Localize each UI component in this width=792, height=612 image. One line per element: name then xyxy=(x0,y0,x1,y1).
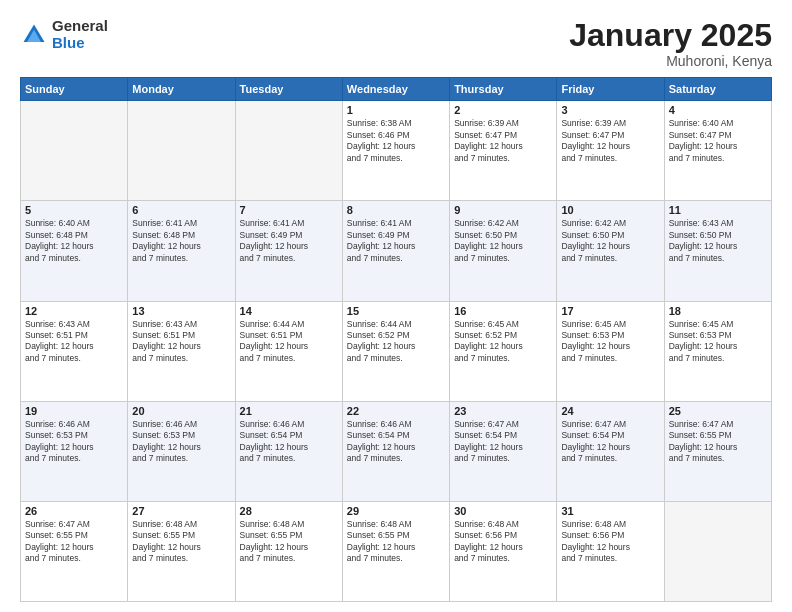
day-number: 24 xyxy=(561,405,659,417)
calendar-day-cell: 9Sunrise: 6:42 AM Sunset: 6:50 PM Daylig… xyxy=(450,201,557,301)
day-number: 9 xyxy=(454,204,552,216)
page: General Blue January 2025 Muhoroni, Keny… xyxy=(0,0,792,612)
day-info: Sunrise: 6:44 AM Sunset: 6:51 PM Dayligh… xyxy=(240,319,338,365)
calendar-day-cell: 2Sunrise: 6:39 AM Sunset: 6:47 PM Daylig… xyxy=(450,101,557,201)
day-info: Sunrise: 6:46 AM Sunset: 6:54 PM Dayligh… xyxy=(240,419,338,465)
calendar-table: Sunday Monday Tuesday Wednesday Thursday… xyxy=(20,77,772,602)
col-sunday: Sunday xyxy=(21,78,128,101)
day-number: 29 xyxy=(347,505,445,517)
calendar-day-cell: 27Sunrise: 6:48 AM Sunset: 6:55 PM Dayli… xyxy=(128,501,235,601)
col-monday: Monday xyxy=(128,78,235,101)
day-number: 2 xyxy=(454,104,552,116)
day-number: 31 xyxy=(561,505,659,517)
day-number: 14 xyxy=(240,305,338,317)
day-info: Sunrise: 6:46 AM Sunset: 6:54 PM Dayligh… xyxy=(347,419,445,465)
calendar-day-cell: 25Sunrise: 6:47 AM Sunset: 6:55 PM Dayli… xyxy=(664,401,771,501)
day-number: 20 xyxy=(132,405,230,417)
location-subtitle: Muhoroni, Kenya xyxy=(569,53,772,69)
day-info: Sunrise: 6:48 AM Sunset: 6:55 PM Dayligh… xyxy=(240,519,338,565)
day-info: Sunrise: 6:48 AM Sunset: 6:56 PM Dayligh… xyxy=(561,519,659,565)
day-number: 25 xyxy=(669,405,767,417)
day-number: 30 xyxy=(454,505,552,517)
day-info: Sunrise: 6:42 AM Sunset: 6:50 PM Dayligh… xyxy=(454,218,552,264)
logo-icon xyxy=(20,21,48,49)
day-number: 8 xyxy=(347,204,445,216)
calendar-week-row: 12Sunrise: 6:43 AM Sunset: 6:51 PM Dayli… xyxy=(21,301,772,401)
day-number: 11 xyxy=(669,204,767,216)
day-number: 28 xyxy=(240,505,338,517)
calendar-day-cell xyxy=(128,101,235,201)
day-info: Sunrise: 6:39 AM Sunset: 6:47 PM Dayligh… xyxy=(454,118,552,164)
calendar-day-cell: 28Sunrise: 6:48 AM Sunset: 6:55 PM Dayli… xyxy=(235,501,342,601)
calendar-day-cell: 23Sunrise: 6:47 AM Sunset: 6:54 PM Dayli… xyxy=(450,401,557,501)
calendar-day-cell: 5Sunrise: 6:40 AM Sunset: 6:48 PM Daylig… xyxy=(21,201,128,301)
col-friday: Friday xyxy=(557,78,664,101)
day-info: Sunrise: 6:48 AM Sunset: 6:55 PM Dayligh… xyxy=(132,519,230,565)
calendar-day-cell: 11Sunrise: 6:43 AM Sunset: 6:50 PM Dayli… xyxy=(664,201,771,301)
day-number: 13 xyxy=(132,305,230,317)
calendar-day-cell: 29Sunrise: 6:48 AM Sunset: 6:55 PM Dayli… xyxy=(342,501,449,601)
calendar-day-cell: 1Sunrise: 6:38 AM Sunset: 6:46 PM Daylig… xyxy=(342,101,449,201)
day-number: 6 xyxy=(132,204,230,216)
month-title: January 2025 xyxy=(569,18,772,53)
calendar-day-cell: 6Sunrise: 6:41 AM Sunset: 6:48 PM Daylig… xyxy=(128,201,235,301)
calendar-day-cell xyxy=(235,101,342,201)
calendar-day-cell: 21Sunrise: 6:46 AM Sunset: 6:54 PM Dayli… xyxy=(235,401,342,501)
day-info: Sunrise: 6:46 AM Sunset: 6:53 PM Dayligh… xyxy=(132,419,230,465)
calendar-day-cell: 4Sunrise: 6:40 AM Sunset: 6:47 PM Daylig… xyxy=(664,101,771,201)
calendar-week-row: 19Sunrise: 6:46 AM Sunset: 6:53 PM Dayli… xyxy=(21,401,772,501)
col-tuesday: Tuesday xyxy=(235,78,342,101)
day-number: 12 xyxy=(25,305,123,317)
calendar-day-cell: 16Sunrise: 6:45 AM Sunset: 6:52 PM Dayli… xyxy=(450,301,557,401)
day-info: Sunrise: 6:45 AM Sunset: 6:53 PM Dayligh… xyxy=(669,319,767,365)
day-info: Sunrise: 6:47 AM Sunset: 6:55 PM Dayligh… xyxy=(25,519,123,565)
day-info: Sunrise: 6:47 AM Sunset: 6:54 PM Dayligh… xyxy=(454,419,552,465)
day-info: Sunrise: 6:39 AM Sunset: 6:47 PM Dayligh… xyxy=(561,118,659,164)
logo-blue-text: Blue xyxy=(52,35,108,52)
day-info: Sunrise: 6:48 AM Sunset: 6:55 PM Dayligh… xyxy=(347,519,445,565)
calendar-day-cell: 30Sunrise: 6:48 AM Sunset: 6:56 PM Dayli… xyxy=(450,501,557,601)
calendar-day-cell: 12Sunrise: 6:43 AM Sunset: 6:51 PM Dayli… xyxy=(21,301,128,401)
day-number: 26 xyxy=(25,505,123,517)
day-info: Sunrise: 6:41 AM Sunset: 6:49 PM Dayligh… xyxy=(347,218,445,264)
calendar-day-cell: 3Sunrise: 6:39 AM Sunset: 6:47 PM Daylig… xyxy=(557,101,664,201)
calendar-day-cell: 24Sunrise: 6:47 AM Sunset: 6:54 PM Dayli… xyxy=(557,401,664,501)
day-info: Sunrise: 6:43 AM Sunset: 6:51 PM Dayligh… xyxy=(132,319,230,365)
col-saturday: Saturday xyxy=(664,78,771,101)
day-number: 4 xyxy=(669,104,767,116)
day-number: 5 xyxy=(25,204,123,216)
day-info: Sunrise: 6:43 AM Sunset: 6:50 PM Dayligh… xyxy=(669,218,767,264)
calendar-header-row: Sunday Monday Tuesday Wednesday Thursday… xyxy=(21,78,772,101)
logo: General Blue xyxy=(20,18,108,51)
calendar-day-cell: 31Sunrise: 6:48 AM Sunset: 6:56 PM Dayli… xyxy=(557,501,664,601)
day-info: Sunrise: 6:46 AM Sunset: 6:53 PM Dayligh… xyxy=(25,419,123,465)
day-number: 27 xyxy=(132,505,230,517)
calendar-day-cell: 20Sunrise: 6:46 AM Sunset: 6:53 PM Dayli… xyxy=(128,401,235,501)
day-info: Sunrise: 6:44 AM Sunset: 6:52 PM Dayligh… xyxy=(347,319,445,365)
calendar-day-cell xyxy=(21,101,128,201)
day-number: 17 xyxy=(561,305,659,317)
logo-general-text: General xyxy=(52,18,108,35)
day-info: Sunrise: 6:47 AM Sunset: 6:55 PM Dayligh… xyxy=(669,419,767,465)
logo-text: General Blue xyxy=(52,18,108,51)
day-number: 23 xyxy=(454,405,552,417)
col-wednesday: Wednesday xyxy=(342,78,449,101)
calendar-day-cell: 22Sunrise: 6:46 AM Sunset: 6:54 PM Dayli… xyxy=(342,401,449,501)
day-info: Sunrise: 6:45 AM Sunset: 6:53 PM Dayligh… xyxy=(561,319,659,365)
calendar-day-cell: 19Sunrise: 6:46 AM Sunset: 6:53 PM Dayli… xyxy=(21,401,128,501)
calendar-day-cell: 10Sunrise: 6:42 AM Sunset: 6:50 PM Dayli… xyxy=(557,201,664,301)
calendar-day-cell xyxy=(664,501,771,601)
calendar-day-cell: 15Sunrise: 6:44 AM Sunset: 6:52 PM Dayli… xyxy=(342,301,449,401)
day-info: Sunrise: 6:40 AM Sunset: 6:47 PM Dayligh… xyxy=(669,118,767,164)
calendar-day-cell: 13Sunrise: 6:43 AM Sunset: 6:51 PM Dayli… xyxy=(128,301,235,401)
calendar-week-row: 1Sunrise: 6:38 AM Sunset: 6:46 PM Daylig… xyxy=(21,101,772,201)
day-info: Sunrise: 6:45 AM Sunset: 6:52 PM Dayligh… xyxy=(454,319,552,365)
calendar-week-row: 26Sunrise: 6:47 AM Sunset: 6:55 PM Dayli… xyxy=(21,501,772,601)
day-number: 19 xyxy=(25,405,123,417)
calendar-day-cell: 7Sunrise: 6:41 AM Sunset: 6:49 PM Daylig… xyxy=(235,201,342,301)
calendar-week-row: 5Sunrise: 6:40 AM Sunset: 6:48 PM Daylig… xyxy=(21,201,772,301)
day-number: 10 xyxy=(561,204,659,216)
day-info: Sunrise: 6:41 AM Sunset: 6:49 PM Dayligh… xyxy=(240,218,338,264)
calendar-day-cell: 17Sunrise: 6:45 AM Sunset: 6:53 PM Dayli… xyxy=(557,301,664,401)
title-block: January 2025 Muhoroni, Kenya xyxy=(569,18,772,69)
